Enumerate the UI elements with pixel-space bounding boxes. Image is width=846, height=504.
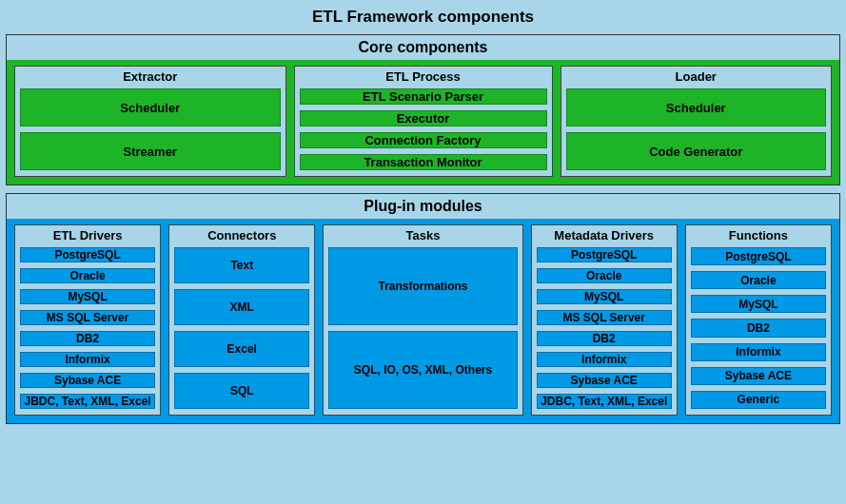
tasks-header: Tasks <box>324 225 521 247</box>
extractor-column: Extractor Scheduler Streamer <box>14 66 286 177</box>
etl-executor-box: Executor <box>300 110 547 126</box>
etl-process-header: ETL Process <box>295 67 552 88</box>
connectors-item: SQL <box>174 373 309 409</box>
extractor-scheduler-box: Scheduler <box>20 88 281 126</box>
metadata-drivers-item: DB2 <box>537 331 672 346</box>
metadata-drivers-header: Metadata Drivers <box>532 225 677 247</box>
connectors-item: XML <box>174 289 309 325</box>
functions-header: Functions <box>686 225 831 247</box>
extractor-header: Extractor <box>15 67 285 88</box>
metadata-drivers-item: PostgreSQL <box>537 247 672 262</box>
core-columns: Extractor Scheduler Streamer ETL Process… <box>7 60 839 184</box>
etl-drivers-item: MySQL <box>20 289 155 304</box>
core-components-header: Core components <box>7 35 839 60</box>
tasks-item: Transformations <box>328 247 517 325</box>
etl-drivers-item: PostgreSQL <box>20 247 155 262</box>
metadata-drivers-item: JDBC, Text, XML, Excel <box>537 394 672 409</box>
etl-scenario-parser-box: ETL Scenario Parser <box>300 88 547 105</box>
plugin-columns: ETL Drivers PostgreSQL Oracle MySQL MS S… <box>7 219 839 423</box>
loader-code-generator-box: Code Generator <box>566 132 827 170</box>
functions-item: DB2 <box>691 319 826 337</box>
etl-drivers-item: Sybase ACE <box>20 373 155 388</box>
functions-item: Oracle <box>691 271 826 289</box>
extractor-streamer-box: Streamer <box>20 132 281 170</box>
etl-drivers-item: Oracle <box>20 268 155 283</box>
metadata-drivers-item: MySQL <box>537 289 672 304</box>
etl-process-column: ETL Process ETL Scenario Parser Executor… <box>294 66 553 177</box>
etl-drivers-item: Informix <box>20 352 155 367</box>
etl-transaction-monitor-box: Transaction Monitor <box>300 154 547 170</box>
tasks-column: Tasks Transformations SQL, IO, OS, XML, … <box>323 224 522 416</box>
connectors-item: Excel <box>174 331 309 367</box>
metadata-drivers-item: Oracle <box>537 268 672 283</box>
metadata-drivers-item: Sybase ACE <box>537 373 672 388</box>
etl-drivers-item: JBDC, Text, XML, Excel <box>20 394 155 409</box>
etl-connection-factory-box: Connection Factory <box>300 132 547 148</box>
etl-drivers-column: ETL Drivers PostgreSQL Oracle MySQL MS S… <box>14 224 161 416</box>
functions-item: Generic <box>691 391 826 409</box>
functions-item: MySQL <box>691 295 826 313</box>
loader-header: Loader <box>561 67 832 88</box>
metadata-drivers-item: Informix <box>537 352 672 367</box>
etl-drivers-header: ETL Drivers <box>15 225 160 247</box>
plugin-modules-header: Plug-in modules <box>7 194 839 219</box>
functions-item: Sybase ACE <box>691 367 826 385</box>
loader-scheduler-box: Scheduler <box>566 88 827 126</box>
etl-drivers-item: MS SQL Server <box>20 310 155 325</box>
connectors-column: Connectors Text XML Excel SQL <box>168 224 315 416</box>
etl-drivers-item: DB2 <box>20 331 155 346</box>
functions-item: PostgreSQL <box>691 247 826 265</box>
diagram-title: ETL Framework components <box>6 8 840 27</box>
core-components-section: Core components Extractor Scheduler Stre… <box>6 34 840 185</box>
metadata-drivers-column: Metadata Drivers PostgreSQL Oracle MySQL… <box>531 224 678 416</box>
tasks-item: SQL, IO, OS, XML, Others <box>328 331 517 409</box>
functions-item: Informix <box>691 343 826 361</box>
connectors-item: Text <box>174 247 309 283</box>
connectors-header: Connectors <box>169 225 314 247</box>
plugin-modules-section: Plug-in modules ETL Drivers PostgreSQL O… <box>6 193 840 424</box>
metadata-drivers-item: MS SQL Server <box>537 310 672 325</box>
loader-column: Loader Scheduler Code Generator <box>561 66 833 177</box>
functions-column: Functions PostgreSQL Oracle MySQL DB2 In… <box>685 224 832 416</box>
